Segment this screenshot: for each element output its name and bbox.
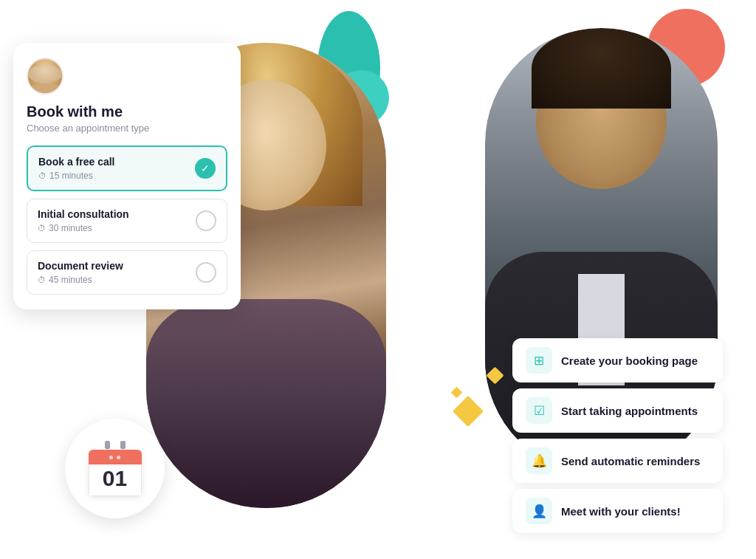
feature-list: ⊞ Create your booking page ☑ Start takin… [512,338,723,533]
appt-name-doc: Document review [38,260,123,272]
diamond-large [453,396,484,427]
clock-icon-1: ⏱ [38,171,47,180]
card-subtitle: Choose an appointment type [27,123,227,134]
meet-clients-icon: 👤 [526,498,552,524]
clock-icon-2: ⏱ [38,224,46,233]
cal-ring-right [120,441,126,449]
feature-text-meet-clients: Meet with your clients! [561,505,681,518]
feature-text-start-appointments: Start taking appointments [561,405,698,417]
cal-header-bar [89,450,142,464]
appt-duration-doc: ⏱ 45 minutes [38,275,123,285]
cal-ring-left [105,441,110,449]
appt-info-free-call: Book a free call ⏱ 15 minutes [38,156,115,181]
feature-text-reminders: Send automatic reminders [561,455,700,467]
avatar [27,58,63,95]
appt-info-initial: Initial consultation ⏱ 30 minutes [38,208,129,233]
appointment-item-doc[interactable]: Document review ⏱ 45 minutes [27,250,227,295]
cal-body: 01 [89,464,142,496]
radio-circle-3 [196,262,216,283]
calendar-widget: 01 [65,419,165,518]
appt-name-free-call: Book a free call [38,156,115,168]
diamond-tiny [451,387,463,399]
appt-duration-free-call: ⏱ 15 minutes [38,171,115,181]
feature-item-start-appointments: ☑ Start taking appointments [512,388,723,433]
reminders-icon: 🔔 [526,447,552,474]
radio-circle-2 [196,210,216,231]
appt-duration-initial: ⏱ 30 minutes [38,223,129,233]
card-title: Book with me [27,103,227,120]
clock-icon-3: ⏱ [38,275,46,284]
check-circle-1: ✓ [195,158,216,179]
cal-day-number: 01 [103,467,127,490]
feature-item-meet-clients: 👤 Meet with your clients! [512,489,723,533]
appt-info-doc: Document review ⏱ 45 minutes [38,260,123,285]
calendar-rings [105,441,126,449]
booking-card: Book with me Choose an appointment type … [13,43,241,309]
appt-name-initial: Initial consultation [38,208,129,220]
appointment-item-initial[interactable]: Initial consultation ⏱ 30 minutes [27,199,227,243]
feature-text-create-booking: Create your booking page [561,354,698,367]
appointment-item-free-call[interactable]: Book a free call ⏱ 15 minutes ✓ [27,145,227,191]
create-booking-icon: ⊞ [526,347,552,374]
feature-item-create-booking: ⊞ Create your booking page [512,338,723,383]
feature-item-reminders: 🔔 Send automatic reminders [512,439,723,483]
start-appointments-icon: ☑ [526,397,552,424]
calendar-icon: 01 [89,450,142,496]
